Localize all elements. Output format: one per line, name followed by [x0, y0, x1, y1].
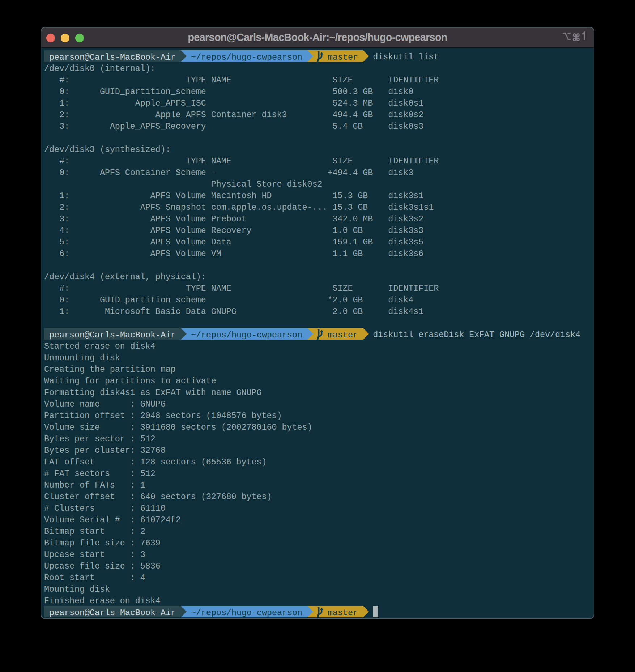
svg-text:pearson@Carls-MacBook-Air: pearson@Carls-MacBook-Air — [49, 53, 176, 62]
svg-text:master: master — [328, 608, 358, 618]
svg-text:pearson@Carls-MacBook-Air: pearson@Carls-MacBook-Air — [49, 608, 176, 618]
svg-text:pearson@Carls-MacBook-Air: pearson@Carls-MacBook-Air — [49, 331, 176, 340]
svg-text:~/repos/hugo-cwpearson: ~/repos/hugo-cwpearson — [191, 53, 302, 62]
svg-text:master: master — [328, 331, 358, 340]
svg-text:~/repos/hugo-cwpearson: ~/repos/hugo-cwpearson — [191, 608, 302, 618]
svg-text:master: master — [328, 53, 358, 62]
svg-text:~/repos/hugo-cwpearson: ~/repos/hugo-cwpearson — [191, 331, 302, 340]
